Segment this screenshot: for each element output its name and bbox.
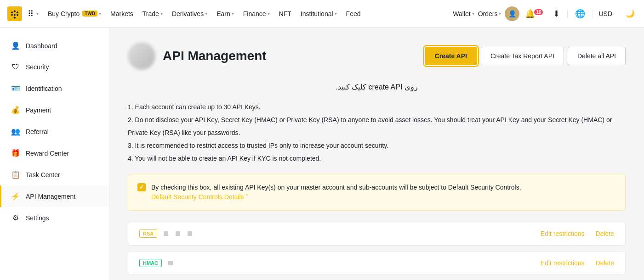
language-icon[interactable]: 🌐 bbox=[573, 7, 587, 21]
currency-selector[interactable]: USD bbox=[598, 10, 612, 17]
nav-trade[interactable]: Trade ▾ bbox=[139, 7, 166, 20]
nav-markets[interactable]: Markets bbox=[107, 7, 137, 20]
nav-orders[interactable]: Orders ▾ bbox=[478, 10, 502, 17]
nav-buy-crypto[interactable]: Buy Crypto TWD ▾ bbox=[44, 7, 105, 20]
notice-text: By checking this box, all existing API K… bbox=[151, 184, 521, 191]
notification-bell[interactable]: 🔔 16 bbox=[523, 7, 547, 21]
task-icon: 📋 bbox=[11, 170, 20, 179]
security-controls-link[interactable]: Default Security Controls Details ˅ bbox=[151, 193, 249, 201]
api-key-row-rsa: RSA Edit restrictions Delete bbox=[128, 222, 626, 246]
main-layout: 👤 Dashboard 🛡 Security 🪪 Identification … bbox=[0, 28, 644, 280]
sidebar-item-dashboard[interactable]: 👤 Dashboard bbox=[0, 35, 109, 56]
hmac-badge: HMAC bbox=[139, 259, 162, 267]
sidebar-item-reward-center[interactable]: 🎁 Reward Center bbox=[0, 142, 109, 164]
info-line-4: 4. You will not be able to create an API… bbox=[128, 152, 626, 165]
key-dot-2 bbox=[176, 231, 180, 236]
nav-items: Buy Crypto TWD ▾ Markets Trade ▾ Derivat… bbox=[44, 7, 453, 20]
notification-count: 16 bbox=[534, 9, 543, 15]
dashboard-icon: 👤 bbox=[11, 41, 20, 50]
user-avatar bbox=[128, 42, 155, 70]
grid-icon[interactable]: ⠿ bbox=[28, 9, 34, 19]
top-navigation: ⠿ ▾ Buy Crypto TWD ▾ Markets Trade ▾ Der… bbox=[0, 0, 644, 28]
edit-restrictions-button-rsa[interactable]: Edit restrictions bbox=[541, 230, 585, 237]
rsa-badge: RSA bbox=[139, 230, 157, 238]
nav-nft[interactable]: NFT bbox=[275, 7, 295, 20]
arabic-hint: روی create API کلیک کنید. bbox=[128, 83, 626, 91]
security-checkbox[interactable] bbox=[137, 183, 146, 191]
sidebar-item-identification[interactable]: 🪪 Identification bbox=[0, 78, 109, 99]
main-content: API Management Create API Create Tax Rep… bbox=[109, 28, 644, 280]
key-dot-3 bbox=[188, 231, 192, 236]
page-title: API Management bbox=[163, 49, 267, 63]
nav-finance[interactable]: Finance ▾ bbox=[239, 7, 274, 20]
api-row-left-hmac: HMAC bbox=[139, 259, 174, 267]
header-buttons: Create API Create Tax Report API Delete … bbox=[425, 47, 626, 65]
divider2 bbox=[593, 9, 593, 18]
api-key-row-hmac: HMAC Edit restrictions Delete bbox=[128, 251, 626, 275]
identification-icon: 🪪 bbox=[11, 84, 20, 93]
sidebar-item-api-management[interactable]: ⚡ API Management bbox=[0, 185, 109, 207]
reward-icon: 🎁 bbox=[11, 149, 20, 157]
security-notice: By checking this box, all existing API K… bbox=[128, 174, 626, 211]
logo[interactable] bbox=[7, 6, 22, 21]
nav-earn[interactable]: Earn ▾ bbox=[213, 7, 238, 20]
sidebar: 👤 Dashboard 🛡 Security 🪪 Identification … bbox=[0, 28, 109, 280]
api-icon: ⚡ bbox=[11, 192, 20, 201]
create-tax-report-button[interactable]: Create Tax Report API bbox=[481, 47, 564, 65]
api-row-left-rsa: RSA bbox=[139, 230, 193, 238]
info-line-1: 1. Each account can create up to 30 API … bbox=[128, 101, 626, 113]
delete-all-api-button[interactable]: Delete all API bbox=[568, 47, 626, 65]
delete-button-rsa[interactable]: Delete bbox=[596, 230, 614, 237]
nav-wallet[interactable]: Wallet ▾ bbox=[453, 10, 474, 17]
delete-button-hmac[interactable]: Delete bbox=[596, 259, 614, 267]
notice-content: By checking this box, all existing API K… bbox=[151, 183, 521, 202]
sidebar-item-payment[interactable]: 💰 Payment bbox=[0, 99, 109, 121]
sidebar-item-settings[interactable]: ⚙ Settings bbox=[0, 207, 109, 229]
info-line-2: 2. Do not disclose your API Key, Secret … bbox=[128, 113, 626, 139]
api-row-actions-hmac: Edit restrictions Delete bbox=[541, 259, 614, 267]
security-icon: 🛡 bbox=[11, 63, 20, 71]
nav-right: Wallet ▾ Orders ▾ 👤 🔔 16 ⬇ 🌐 USD 🌙 bbox=[453, 6, 637, 21]
sidebar-item-task-center[interactable]: 📋 Task Center bbox=[0, 164, 109, 185]
referral-icon: 👥 bbox=[11, 127, 20, 136]
edit-restrictions-button-hmac[interactable]: Edit restrictions bbox=[541, 259, 585, 267]
page-header: API Management Create API Create Tax Rep… bbox=[128, 42, 626, 70]
api-row-actions-rsa: Edit restrictions Delete bbox=[541, 230, 614, 237]
info-text: 1. Each account can create up to 30 API … bbox=[128, 101, 626, 165]
settings-icon: ⚙ bbox=[11, 213, 20, 222]
header-left: API Management bbox=[128, 42, 267, 70]
create-api-button[interactable]: Create API bbox=[425, 47, 477, 65]
nav-derivatives[interactable]: Derivatives ▾ bbox=[168, 7, 211, 20]
info-line-3: 3. It is recommended to restrict access … bbox=[128, 139, 626, 152]
nav-feed[interactable]: Feed bbox=[342, 7, 365, 20]
download-icon[interactable]: ⬇ bbox=[551, 7, 562, 21]
profile-icon[interactable]: 👤 bbox=[505, 6, 519, 21]
grid-chevron[interactable]: ▾ bbox=[36, 11, 39, 16]
key-dot-hmac-1 bbox=[168, 261, 173, 265]
theme-toggle[interactable]: 🌙 bbox=[624, 7, 637, 20]
divider3 bbox=[618, 9, 618, 18]
key-dot-1 bbox=[164, 231, 168, 236]
divider bbox=[567, 9, 568, 18]
payment-icon: 💰 bbox=[11, 106, 20, 114]
sidebar-item-security[interactable]: 🛡 Security bbox=[0, 56, 109, 78]
sidebar-item-referral[interactable]: 👥 Referral bbox=[0, 121, 109, 142]
nav-institutional[interactable]: Institutional ▾ bbox=[297, 7, 341, 20]
